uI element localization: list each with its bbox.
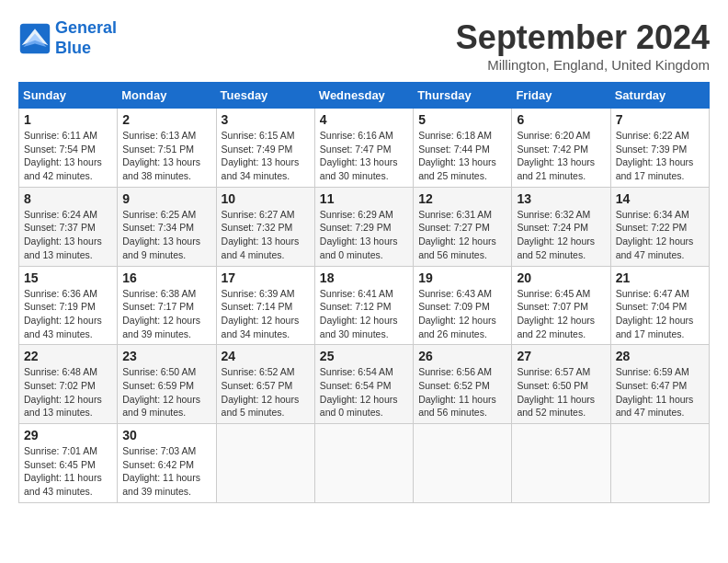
- day-info-19: Sunrise: 6:43 AMSunset: 7:09 PMDaylight:…: [418, 287, 506, 341]
- calendar-day-20: 20 Sunrise: 6:45 AMSunset: 7:07 PMDaylig…: [512, 266, 610, 345]
- calendar-day-17: 17 Sunrise: 6:39 AMSunset: 7:14 PMDaylig…: [216, 266, 314, 345]
- day-info-22: Sunrise: 6:48 AMSunset: 7:02 PMDaylight:…: [24, 365, 112, 419]
- day-number-18: 18: [320, 270, 408, 285]
- day-info-13: Sunrise: 6:32 AMSunset: 7:24 PMDaylight:…: [517, 208, 605, 262]
- day-info-18: Sunrise: 6:41 AMSunset: 7:12 PMDaylight:…: [320, 287, 408, 341]
- calendar-day-26: 26 Sunrise: 6:56 AMSunset: 6:52 PMDaylig…: [414, 345, 512, 424]
- calendar-row-4: 29 Sunrise: 7:01 AMSunset: 6:45 PMDaylig…: [19, 424, 710, 503]
- day-number-3: 3: [222, 112, 310, 127]
- logo-icon: [18, 22, 51, 55]
- day-number-6: 6: [517, 112, 605, 127]
- day-number-17: 17: [222, 270, 310, 285]
- calendar-day-18: 18 Sunrise: 6:41 AMSunset: 7:12 PMDaylig…: [314, 266, 413, 345]
- logo-line2: Blue: [55, 39, 117, 59]
- day-info-3: Sunrise: 6:15 AMSunset: 7:49 PMDaylight:…: [222, 129, 310, 183]
- day-number-20: 20: [517, 270, 605, 285]
- calendar-row-0: 1 Sunrise: 6:11 AMSunset: 7:54 PMDayligh…: [19, 109, 710, 188]
- calendar-row-3: 22 Sunrise: 6:48 AMSunset: 7:02 PMDaylig…: [19, 345, 710, 424]
- day-info-10: Sunrise: 6:27 AMSunset: 7:32 PMDaylight:…: [222, 208, 310, 262]
- calendar-day-8: 8 Sunrise: 6:24 AMSunset: 7:37 PMDayligh…: [19, 187, 118, 266]
- location: Millington, England, United Kingdom: [456, 57, 710, 73]
- day-info-15: Sunrise: 6:36 AMSunset: 7:19 PMDaylight:…: [24, 287, 112, 341]
- day-info-16: Sunrise: 6:38 AMSunset: 7:17 PMDaylight:…: [122, 287, 210, 341]
- empty-cell: [512, 424, 610, 503]
- logo-line1: General: [55, 18, 117, 37]
- calendar-day-29: 29 Sunrise: 7:01 AMSunset: 6:45 PMDaylig…: [19, 424, 118, 503]
- day-number-1: 1: [24, 112, 112, 127]
- calendar-day-2: 2 Sunrise: 6:13 AMSunset: 7:51 PMDayligh…: [118, 109, 216, 188]
- day-info-25: Sunrise: 6:54 AMSunset: 6:54 PMDaylight:…: [320, 365, 408, 419]
- day-number-22: 22: [24, 349, 112, 363]
- day-info-1: Sunrise: 6:11 AMSunset: 7:54 PMDaylight:…: [24, 129, 112, 183]
- day-info-5: Sunrise: 6:18 AMSunset: 7:44 PMDaylight:…: [418, 129, 506, 183]
- calendar-day-1: 1 Sunrise: 6:11 AMSunset: 7:54 PMDayligh…: [19, 109, 118, 188]
- day-info-17: Sunrise: 6:39 AMSunset: 7:14 PMDaylight:…: [222, 287, 310, 341]
- calendar-table: Sunday Monday Tuesday Wednesday Thursday…: [18, 82, 710, 503]
- day-number-4: 4: [320, 112, 408, 127]
- day-info-4: Sunrise: 6:16 AMSunset: 7:47 PMDaylight:…: [320, 129, 408, 183]
- day-info-24: Sunrise: 6:52 AMSunset: 6:57 PMDaylight:…: [222, 365, 310, 419]
- calendar-day-15: 15 Sunrise: 6:36 AMSunset: 7:19 PMDaylig…: [19, 266, 118, 345]
- day-number-24: 24: [222, 349, 310, 363]
- day-number-21: 21: [616, 270, 704, 285]
- day-info-9: Sunrise: 6:25 AMSunset: 7:34 PMDaylight:…: [122, 208, 210, 262]
- calendar-day-14: 14 Sunrise: 6:34 AMSunset: 7:22 PMDaylig…: [610, 187, 709, 266]
- day-number-27: 27: [517, 349, 605, 363]
- title-block: September 2024 Millington, England, Unit…: [456, 18, 710, 73]
- day-number-28: 28: [616, 349, 704, 363]
- calendar-day-28: 28 Sunrise: 6:59 AMSunset: 6:47 PMDaylig…: [610, 345, 709, 424]
- calendar-day-25: 25 Sunrise: 6:54 AMSunset: 6:54 PMDaylig…: [314, 345, 413, 424]
- day-number-10: 10: [222, 191, 310, 206]
- col-saturday: Saturday: [610, 83, 709, 109]
- day-info-8: Sunrise: 6:24 AMSunset: 7:37 PMDaylight:…: [24, 208, 112, 262]
- day-number-26: 26: [418, 349, 506, 363]
- calendar-day-19: 19 Sunrise: 6:43 AMSunset: 7:09 PMDaylig…: [414, 266, 512, 345]
- day-number-23: 23: [122, 349, 210, 363]
- day-number-11: 11: [320, 191, 408, 206]
- day-number-29: 29: [24, 428, 112, 442]
- day-info-30: Sunrise: 7:03 AMSunset: 6:42 PMDaylight:…: [122, 444, 210, 499]
- calendar-day-11: 11 Sunrise: 6:29 AMSunset: 7:29 PMDaylig…: [314, 187, 413, 266]
- page-header: General Blue September 2024 Millington, …: [18, 18, 710, 73]
- calendar-day-13: 13 Sunrise: 6:32 AMSunset: 7:24 PMDaylig…: [512, 187, 610, 266]
- calendar-header-row: Sunday Monday Tuesday Wednesday Thursday…: [19, 83, 710, 109]
- day-number-8: 8: [24, 191, 112, 206]
- empty-cell: [216, 424, 314, 503]
- day-info-29: Sunrise: 7:01 AMSunset: 6:45 PMDaylight:…: [24, 444, 112, 499]
- day-info-20: Sunrise: 6:45 AMSunset: 7:07 PMDaylight:…: [517, 287, 605, 341]
- calendar-day-4: 4 Sunrise: 6:16 AMSunset: 7:47 PMDayligh…: [314, 109, 413, 188]
- empty-cell: [414, 424, 512, 503]
- day-info-14: Sunrise: 6:34 AMSunset: 7:22 PMDaylight:…: [616, 208, 704, 262]
- day-number-9: 9: [122, 191, 210, 206]
- col-wednesday: Wednesday: [314, 83, 413, 109]
- calendar-day-16: 16 Sunrise: 6:38 AMSunset: 7:17 PMDaylig…: [118, 266, 216, 345]
- day-info-6: Sunrise: 6:20 AMSunset: 7:42 PMDaylight:…: [517, 129, 605, 183]
- col-thursday: Thursday: [414, 83, 512, 109]
- day-number-30: 30: [122, 428, 210, 442]
- day-number-2: 2: [122, 112, 210, 127]
- logo: General Blue: [18, 18, 117, 58]
- col-monday: Monday: [118, 83, 216, 109]
- day-info-27: Sunrise: 6:57 AMSunset: 6:50 PMDaylight:…: [517, 365, 605, 419]
- day-number-16: 16: [122, 270, 210, 285]
- logo-text: General Blue: [55, 18, 117, 58]
- calendar-day-9: 9 Sunrise: 6:25 AMSunset: 7:34 PMDayligh…: [118, 187, 216, 266]
- month-title: September 2024: [456, 18, 710, 57]
- calendar-day-30: 30 Sunrise: 7:03 AMSunset: 6:42 PMDaylig…: [118, 424, 216, 503]
- day-number-13: 13: [517, 191, 605, 206]
- day-info-23: Sunrise: 6:50 AMSunset: 6:59 PMDaylight:…: [122, 365, 210, 419]
- col-tuesday: Tuesday: [216, 83, 314, 109]
- day-number-5: 5: [418, 112, 506, 127]
- calendar-row-1: 8 Sunrise: 6:24 AMSunset: 7:37 PMDayligh…: [19, 187, 710, 266]
- day-number-14: 14: [616, 191, 704, 206]
- calendar-day-3: 3 Sunrise: 6:15 AMSunset: 7:49 PMDayligh…: [216, 109, 314, 188]
- day-number-19: 19: [418, 270, 506, 285]
- calendar-day-12: 12 Sunrise: 6:31 AMSunset: 7:27 PMDaylig…: [414, 187, 512, 266]
- calendar-day-10: 10 Sunrise: 6:27 AMSunset: 7:32 PMDaylig…: [216, 187, 314, 266]
- day-info-28: Sunrise: 6:59 AMSunset: 6:47 PMDaylight:…: [616, 365, 704, 419]
- col-sunday: Sunday: [19, 83, 118, 109]
- day-number-12: 12: [418, 191, 506, 206]
- calendar-day-21: 21 Sunrise: 6:47 AMSunset: 7:04 PMDaylig…: [610, 266, 709, 345]
- day-number-7: 7: [616, 112, 704, 127]
- day-info-26: Sunrise: 6:56 AMSunset: 6:52 PMDaylight:…: [418, 365, 506, 419]
